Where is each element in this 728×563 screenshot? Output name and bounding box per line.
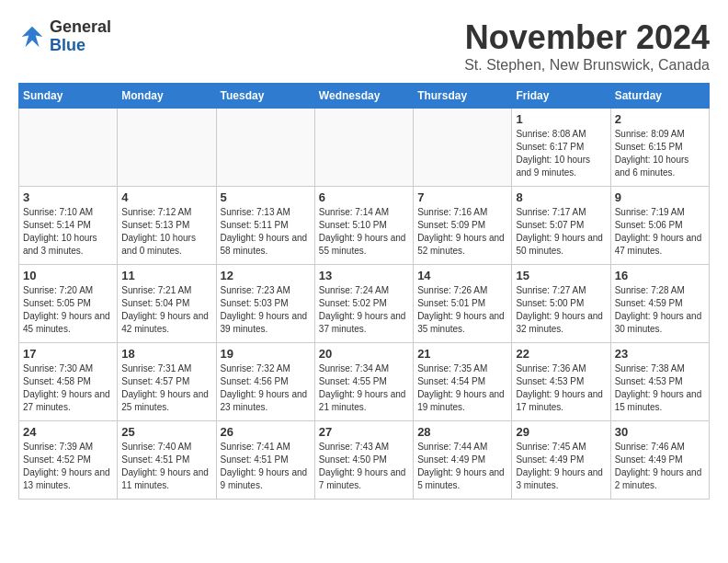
day-info: Sunrise: 7:10 AM Sunset: 5:14 PM Dayligh… — [23, 206, 113, 258]
calendar-cell: 21Sunrise: 7:35 AM Sunset: 4:54 PM Dayli… — [414, 343, 512, 421]
day-info: Sunrise: 7:45 AM Sunset: 4:49 PM Dayligh… — [516, 441, 606, 492]
calendar-cell: 18Sunrise: 7:31 AM Sunset: 4:57 PM Dayli… — [118, 343, 216, 421]
title-block: November 2024 St. Stephen, New Brunswick… — [464, 18, 710, 74]
day-number: 14 — [417, 269, 507, 282]
day-number: 7 — [417, 190, 507, 204]
day-number: 17 — [23, 347, 113, 361]
day-number: 22 — [516, 347, 606, 361]
calendar-cell — [19, 109, 118, 187]
calendar-cell: 30Sunrise: 7:46 AM Sunset: 4:49 PM Dayli… — [610, 421, 709, 500]
calendar-cell: 3Sunrise: 7:10 AM Sunset: 5:14 PM Daylig… — [19, 187, 118, 265]
day-number: 3 — [23, 190, 113, 204]
day-number: 27 — [319, 425, 409, 439]
calendar-cell: 24Sunrise: 7:39 AM Sunset: 4:52 PM Dayli… — [19, 421, 118, 500]
calendar-header: SundayMondayTuesdayWednesdayThursdayFrid… — [19, 84, 710, 109]
calendar-cell: 19Sunrise: 7:32 AM Sunset: 4:56 PM Dayli… — [216, 343, 314, 421]
day-info: Sunrise: 7:19 AM Sunset: 5:06 PM Dayligh… — [615, 206, 705, 258]
day-of-week-header: Sunday — [19, 84, 118, 109]
calendar-cell: 27Sunrise: 7:43 AM Sunset: 4:50 PM Dayli… — [314, 421, 413, 500]
month-title: November 2024 — [464, 18, 710, 57]
day-info: Sunrise: 7:35 AM Sunset: 4:54 PM Dayligh… — [417, 362, 507, 414]
calendar-cell: 2Sunrise: 8:09 AM Sunset: 6:15 PM Daylig… — [610, 109, 709, 187]
calendar-cell — [414, 109, 512, 187]
calendar-cell: 11Sunrise: 7:21 AM Sunset: 5:04 PM Dayli… — [118, 265, 216, 343]
day-number: 6 — [319, 190, 409, 204]
day-number: 12 — [221, 269, 311, 282]
calendar-table: SundayMondayTuesdayWednesdayThursdayFrid… — [18, 83, 710, 500]
calendar-cell: 28Sunrise: 7:44 AM Sunset: 4:49 PM Dayli… — [414, 421, 512, 500]
day-number: 28 — [417, 425, 507, 439]
calendar-cell: 9Sunrise: 7:19 AM Sunset: 5:06 PM Daylig… — [610, 187, 709, 265]
day-number: 2 — [615, 112, 705, 126]
day-of-week-header: Wednesday — [314, 84, 413, 109]
calendar-cell: 5Sunrise: 7:13 AM Sunset: 5:11 PM Daylig… — [216, 187, 314, 265]
day-number: 16 — [615, 269, 705, 282]
calendar-cell: 22Sunrise: 7:36 AM Sunset: 4:53 PM Dayli… — [512, 343, 610, 421]
calendar-week-row: 24Sunrise: 7:39 AM Sunset: 4:52 PM Dayli… — [19, 421, 710, 500]
day-info: Sunrise: 7:41 AM Sunset: 4:51 PM Dayligh… — [221, 441, 311, 492]
calendar-cell: 8Sunrise: 7:17 AM Sunset: 5:07 PM Daylig… — [512, 187, 610, 265]
day-info: Sunrise: 7:40 AM Sunset: 4:51 PM Dayligh… — [121, 441, 211, 492]
day-info: Sunrise: 8:08 AM Sunset: 6:17 PM Dayligh… — [516, 128, 606, 179]
day-info: Sunrise: 7:17 AM Sunset: 5:07 PM Dayligh… — [516, 206, 606, 258]
day-number: 10 — [23, 269, 113, 282]
day-info: Sunrise: 7:26 AM Sunset: 5:01 PM Dayligh… — [417, 284, 507, 336]
day-of-week-header: Tuesday — [216, 84, 314, 109]
day-info: Sunrise: 7:32 AM Sunset: 4:56 PM Dayligh… — [221, 362, 311, 414]
calendar-week-row: 1Sunrise: 8:08 AM Sunset: 6:17 PM Daylig… — [19, 109, 710, 187]
day-info: Sunrise: 7:20 AM Sunset: 5:05 PM Dayligh… — [23, 284, 113, 336]
day-info: Sunrise: 7:43 AM Sunset: 4:50 PM Dayligh… — [319, 441, 409, 492]
location: St. Stephen, New Brunswick, Canada — [464, 57, 710, 74]
day-of-week-header: Thursday — [414, 84, 512, 109]
calendar-week-row: 3Sunrise: 7:10 AM Sunset: 5:14 PM Daylig… — [19, 187, 710, 265]
day-info: Sunrise: 7:34 AM Sunset: 4:55 PM Dayligh… — [319, 362, 409, 414]
day-number: 20 — [319, 347, 409, 361]
calendar-cell: 26Sunrise: 7:41 AM Sunset: 4:51 PM Dayli… — [216, 421, 314, 500]
day-of-week-header: Saturday — [610, 84, 709, 109]
day-info: Sunrise: 7:16 AM Sunset: 5:09 PM Dayligh… — [417, 206, 507, 258]
day-of-week-header: Monday — [118, 84, 216, 109]
calendar-cell: 1Sunrise: 8:08 AM Sunset: 6:17 PM Daylig… — [512, 109, 610, 187]
day-info: Sunrise: 7:13 AM Sunset: 5:11 PM Dayligh… — [221, 206, 311, 258]
calendar-cell: 15Sunrise: 7:27 AM Sunset: 5:00 PM Dayli… — [512, 265, 610, 343]
day-info: Sunrise: 7:21 AM Sunset: 5:04 PM Dayligh… — [121, 284, 211, 336]
day-number: 26 — [221, 425, 311, 439]
calendar-cell: 12Sunrise: 7:23 AM Sunset: 5:03 PM Dayli… — [216, 265, 314, 343]
calendar-cell: 25Sunrise: 7:40 AM Sunset: 4:51 PM Dayli… — [118, 421, 216, 500]
calendar-cell: 16Sunrise: 7:28 AM Sunset: 4:59 PM Dayli… — [610, 265, 709, 343]
day-number: 23 — [615, 347, 705, 361]
day-number: 4 — [121, 190, 211, 204]
day-number: 24 — [23, 425, 113, 439]
calendar-cell: 20Sunrise: 7:34 AM Sunset: 4:55 PM Dayli… — [314, 343, 413, 421]
day-number: 15 — [516, 269, 606, 282]
header-row: SundayMondayTuesdayWednesdayThursdayFrid… — [19, 84, 710, 109]
day-info: Sunrise: 7:36 AM Sunset: 4:53 PM Dayligh… — [516, 362, 606, 414]
calendar-week-row: 10Sunrise: 7:20 AM Sunset: 5:05 PM Dayli… — [19, 265, 710, 343]
calendar-week-row: 17Sunrise: 7:30 AM Sunset: 4:58 PM Dayli… — [19, 343, 710, 421]
calendar-cell — [216, 109, 314, 187]
day-number: 8 — [516, 190, 606, 204]
calendar-cell — [118, 109, 216, 187]
day-number: 11 — [121, 269, 211, 282]
logo-icon — [18, 23, 46, 51]
day-info: Sunrise: 7:46 AM Sunset: 4:49 PM Dayligh… — [615, 441, 705, 492]
day-info: Sunrise: 7:24 AM Sunset: 5:02 PM Dayligh… — [319, 284, 409, 336]
day-info: Sunrise: 7:38 AM Sunset: 4:53 PM Dayligh… — [615, 362, 705, 414]
day-number: 19 — [221, 347, 311, 361]
day-info: Sunrise: 7:28 AM Sunset: 4:59 PM Dayligh… — [615, 284, 705, 336]
day-number: 29 — [516, 425, 606, 439]
day-number: 30 — [615, 425, 705, 439]
day-number: 1 — [516, 112, 606, 126]
calendar-cell: 7Sunrise: 7:16 AM Sunset: 5:09 PM Daylig… — [414, 187, 512, 265]
calendar-cell — [314, 109, 413, 187]
day-number: 5 — [221, 190, 311, 204]
day-info: Sunrise: 7:44 AM Sunset: 4:49 PM Dayligh… — [417, 441, 507, 492]
day-info: Sunrise: 7:14 AM Sunset: 5:10 PM Dayligh… — [319, 206, 409, 258]
calendar-body: 1Sunrise: 8:08 AM Sunset: 6:17 PM Daylig… — [19, 109, 710, 500]
day-info: Sunrise: 7:12 AM Sunset: 5:13 PM Dayligh… — [121, 206, 211, 258]
day-info: Sunrise: 7:39 AM Sunset: 4:52 PM Dayligh… — [23, 441, 113, 492]
day-info: Sunrise: 7:30 AM Sunset: 4:58 PM Dayligh… — [23, 362, 113, 414]
calendar-cell: 13Sunrise: 7:24 AM Sunset: 5:02 PM Dayli… — [314, 265, 413, 343]
calendar-cell: 14Sunrise: 7:26 AM Sunset: 5:01 PM Dayli… — [414, 265, 512, 343]
day-info: Sunrise: 7:23 AM Sunset: 5:03 PM Dayligh… — [221, 284, 311, 336]
